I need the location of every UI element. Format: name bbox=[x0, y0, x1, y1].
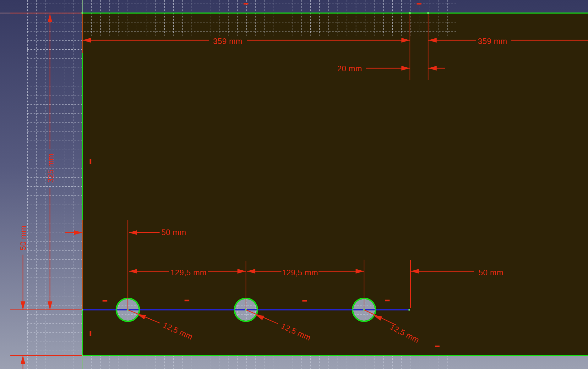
dimension-label-row-end-offset[interactable]: 50 mm bbox=[479, 268, 504, 277]
freecad-sketch-viewport: 359 mm 359 mm 20 mm 325 mm 50 mm 50 mm 1… bbox=[0, 0, 588, 369]
sketch-point[interactable] bbox=[427, 12, 429, 14]
vertical-constraint-icon[interactable] bbox=[90, 331, 91, 336]
dimension-label-plate-height[interactable]: 325 mm bbox=[46, 153, 55, 183]
dimension-arrowhead bbox=[48, 14, 52, 22]
dimension-label-top-width-left[interactable]: 359 mm bbox=[213, 37, 242, 46]
dimension-label-hole1-offset[interactable]: 50 mm bbox=[161, 228, 186, 237]
sketch-point[interactable] bbox=[409, 309, 410, 311]
dimension-arrowhead bbox=[48, 301, 52, 310]
horizontal-constraint-icon[interactable] bbox=[103, 300, 107, 302]
dimension-arrowhead bbox=[21, 301, 25, 310]
horizontal-constraint-icon[interactable] bbox=[302, 300, 307, 302]
dimension-label-top-width-right[interactable]: 359 mm bbox=[478, 37, 507, 46]
horizontal-constraint-icon[interactable] bbox=[417, 3, 422, 5]
dimension-label-row-offset[interactable]: 50 mm bbox=[19, 226, 28, 251]
sketch-point[interactable] bbox=[409, 12, 411, 14]
horizontal-constraint-icon[interactable] bbox=[435, 346, 440, 347]
horizontal-constraint-icon[interactable] bbox=[244, 3, 248, 5]
sketch-scene bbox=[0, 0, 588, 369]
horizontal-constraint-icon[interactable] bbox=[385, 300, 390, 301]
horizontal-constraint-icon[interactable] bbox=[185, 300, 189, 301]
dimension-label-hole-spacing-2[interactable]: 129,5 mm bbox=[282, 268, 318, 277]
dimension-arrowhead bbox=[74, 230, 82, 235]
dimension-label-hole-spacing-1[interactable]: 129,5 mm bbox=[170, 268, 206, 277]
dimension-label-slot-gap[interactable]: 20 mm bbox=[337, 64, 362, 73]
vertical-constraint-icon[interactable] bbox=[90, 159, 91, 164]
dimension-arrowhead bbox=[21, 355, 25, 364]
part-face[interactable] bbox=[82, 13, 588, 356]
